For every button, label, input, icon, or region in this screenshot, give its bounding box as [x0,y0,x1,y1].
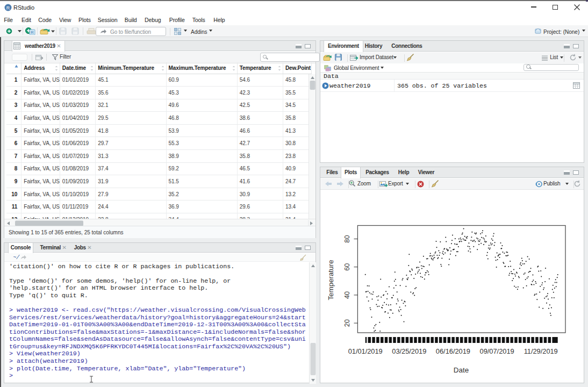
svg-text:80: 80 [343,235,351,242]
svg-text:Date: Date [454,366,469,374]
svg-text:20: 20 [343,319,351,327]
svg-text:Temperature: Temperature [327,260,335,300]
svg-text:R: R [6,5,10,11]
svg-text:01/01/2019: 01/01/2019 [348,347,383,355]
svg-text:06/16/2019: 06/16/2019 [436,347,470,355]
svg-text:40: 40 [343,291,351,299]
svg-text:R: R [31,30,34,35]
svg-text:03/25/2019: 03/25/2019 [392,347,426,355]
svg-text:09/07/2019: 09/07/2019 [480,347,514,355]
svg-text:11/29/2019: 11/29/2019 [524,347,558,355]
svg-text:60: 60 [343,263,351,271]
